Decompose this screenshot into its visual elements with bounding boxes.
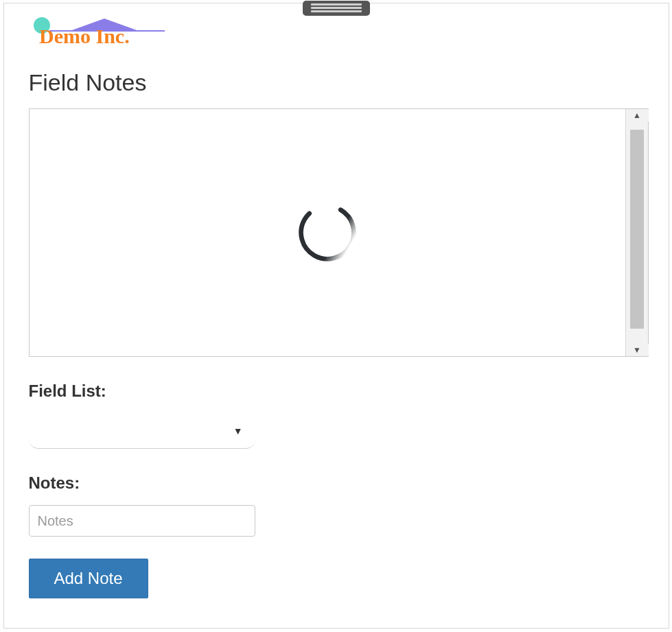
logo-text: Demo Inc. bbox=[39, 25, 130, 47]
scroll-down-button[interactable]: ▼ bbox=[626, 344, 649, 356]
scroll-up-button[interactable]: ▲ bbox=[626, 109, 649, 121]
add-note-button[interactable]: Add Note bbox=[29, 559, 148, 598]
app-panel: Demo Inc. Field Notes bbox=[3, 3, 669, 629]
chevron-down-icon: ▼ bbox=[233, 425, 243, 436]
page-title: Field Notes bbox=[29, 69, 644, 96]
field-list-select[interactable]: ▼ bbox=[29, 413, 255, 449]
map-canvas[interactable] bbox=[30, 109, 625, 356]
loading-spinner-icon bbox=[294, 200, 360, 266]
scroll-thumb[interactable] bbox=[630, 130, 644, 329]
notes-input[interactable] bbox=[29, 505, 255, 537]
vertical-scrollbar[interactable]: ▲ ▼ bbox=[625, 109, 648, 356]
map-area: ▲ ▼ bbox=[29, 108, 649, 357]
field-list-label: Field List: bbox=[29, 382, 644, 401]
company-logo: Demo Inc. bbox=[29, 16, 166, 53]
svg-point-3 bbox=[294, 200, 360, 266]
drag-handle-icon[interactable] bbox=[303, 1, 370, 16]
notes-label: Notes: bbox=[29, 473, 644, 493]
